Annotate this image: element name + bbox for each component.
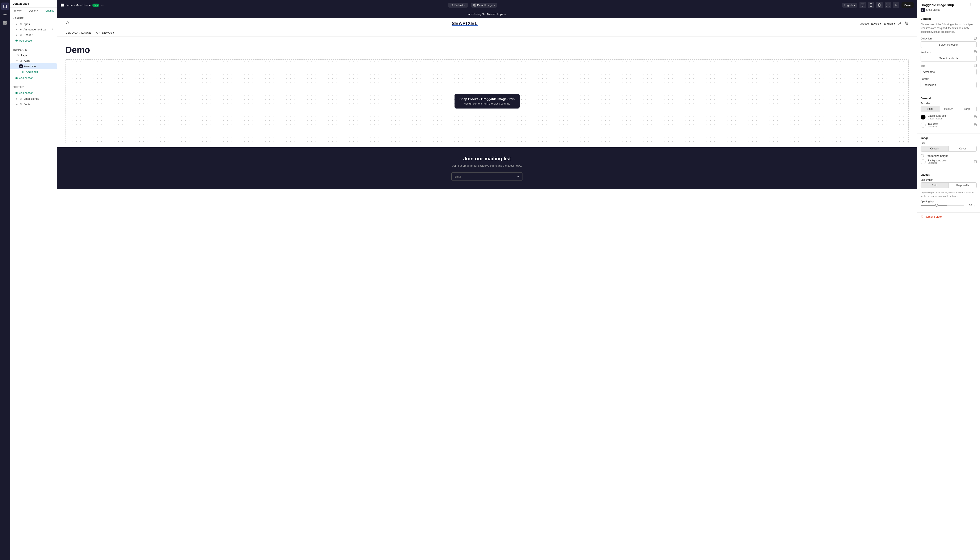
svg-point-25: [899, 22, 900, 23]
size-cover[interactable]: Cover: [949, 146, 977, 151]
text-size-control: Small Medium Large: [921, 106, 977, 112]
app-block-wrapper: Snap Blocks - Draggable Image Strip Assi…: [65, 59, 908, 143]
region-selector[interactable]: Greece | EUR € ▾: [860, 22, 882, 25]
spacing-top-slider[interactable]: [921, 205, 964, 206]
select-products-btn[interactable]: Select products: [921, 55, 977, 62]
nav-app-demos[interactable]: APP DEMOS ▾: [96, 31, 114, 34]
store-page-heading: Demo: [65, 45, 908, 55]
email-input[interactable]: [452, 173, 513, 180]
remove-block-btn[interactable]: Remove block: [917, 213, 980, 221]
save-button[interactable]: Save: [902, 2, 914, 8]
right-panel-more-btn[interactable]: [969, 3, 972, 7]
canvas-area: Introducing Our Newest Apps → SEAPIXEL G…: [57, 10, 917, 560]
remove-block-label: Remove block: [925, 215, 942, 218]
add-section-header-btn[interactable]: ⊕ Add section: [10, 38, 36, 44]
text-size-medium[interactable]: Medium: [940, 106, 958, 112]
nav-demo-catalogue[interactable]: DEMO CATALOGUE: [65, 31, 91, 34]
settings-icon[interactable]: [1, 11, 9, 18]
undo-btn[interactable]: [893, 2, 899, 8]
visibility-icon: 👁: [52, 28, 54, 31]
image-bg-settings-btn[interactable]: [974, 160, 977, 164]
sidebar-item-page[interactable]: ⊞ Page: [10, 52, 57, 58]
title-settings-btn[interactable]: [974, 64, 977, 68]
default-page-dropdown[interactable]: Default page ▾: [471, 3, 497, 8]
collection-label: Collection: [921, 37, 977, 40]
sidebar-item-footer[interactable]: ▶ ⊞ Footer: [10, 102, 57, 107]
change-link[interactable]: Change: [45, 9, 54, 12]
size-control: Contain Cover: [921, 146, 977, 152]
right-panel-options-btn[interactable]: ⋯: [974, 3, 977, 7]
image-bg-info: Background color #FFFFFF: [928, 159, 947, 165]
apps-icon[interactable]: [1, 19, 9, 27]
live-badge: Live: [92, 3, 99, 7]
lang-selector[interactable]: English ▾: [884, 22, 895, 25]
template-group-label: Template: [10, 47, 57, 52]
content-section-title: Content: [921, 17, 977, 20]
randomize-height-row: Randomize height: [921, 154, 977, 157]
sidebar-item-awesome[interactable]: A Awesome: [10, 63, 57, 69]
block-width-page[interactable]: Page width: [949, 183, 977, 188]
title-input[interactable]: [921, 68, 977, 75]
title-field: Title: [921, 64, 977, 75]
spacing-top-slider-row: 36 px: [921, 204, 977, 207]
svg-point-23: [66, 22, 68, 24]
text-color-row: Text color #FFFFFF: [921, 122, 977, 128]
add-block-btn[interactable]: ⊕ Add block: [10, 69, 40, 75]
svg-rect-46: [974, 160, 977, 163]
text-color-settings-btn[interactable]: [974, 123, 977, 127]
topbar: Sense - Main Theme Live ⋯ Default ▾ Defa…: [57, 0, 917, 10]
sidebar-item-apps-template[interactable]: ▼ ⊞ Apps: [10, 58, 57, 63]
cart-icon[interactable]: [904, 21, 908, 26]
sidebar-item-apps[interactable]: ▶ ⊞ Apps: [10, 21, 57, 27]
locale-selector[interactable]: English ▾: [842, 3, 857, 8]
awesome-app-icon: A: [19, 65, 23, 68]
subtitle-input[interactable]: [921, 82, 977, 88]
spacing-top-value: 36: [966, 204, 972, 207]
account-icon[interactable]: [898, 21, 902, 26]
randomize-checkbox[interactable]: [921, 154, 924, 157]
text-color-value: #FFFFFF: [928, 125, 938, 128]
collection-field: Collection Select collection: [921, 37, 977, 48]
svg-rect-6: [5, 23, 7, 25]
apps-section-icon: ⊞: [19, 22, 22, 26]
add-section-template-btn[interactable]: ⊕ Add section: [10, 75, 36, 81]
snap-logo: S: [921, 8, 925, 12]
default-dropdown[interactable]: Default ▾: [448, 3, 468, 8]
select-collection-btn[interactable]: Select collection: [921, 42, 977, 48]
svg-rect-16: [861, 4, 864, 6]
bg-color-settings-btn[interactable]: [974, 115, 977, 119]
page-icon: ⊞: [16, 53, 19, 57]
sidebar-item-email-signup[interactable]: ▶ ⊞ Email signup: [10, 96, 57, 102]
more-options-icon[interactable]: ⋯: [101, 3, 104, 7]
svg-rect-0: [3, 5, 7, 8]
plus-icon-footer: ⊕: [15, 91, 18, 95]
add-section-footer-btn[interactable]: ⊕ Add section: [10, 90, 36, 96]
products-settings-btn[interactable]: [974, 50, 977, 54]
svg-point-2: [5, 14, 6, 15]
content-section: Content Choose one of the following opti…: [917, 14, 980, 94]
sidebar-item-announcement-bar[interactable]: ▶ ⊞ Announcement bar 👁: [10, 27, 57, 32]
collection-settings-btn[interactable]: [974, 37, 977, 40]
text-size-large[interactable]: Large: [958, 106, 977, 112]
block-width-field: Block width Fluid Page width: [921, 178, 977, 188]
app-block-canvas: Snap Blocks - Draggable Image Strip Assi…: [65, 59, 908, 143]
fullscreen-btn[interactable]: [885, 2, 891, 8]
bg-color-swatch[interactable]: [921, 115, 926, 120]
search-icon[interactable]: [65, 21, 70, 26]
block-width-fluid[interactable]: Fluid: [921, 183, 949, 188]
announcement-icon: ⊞: [19, 28, 22, 31]
text-size-small[interactable]: Small: [921, 106, 940, 112]
desktop-view-btn[interactable]: [860, 2, 866, 8]
subtitle-field: Subtitle: [921, 78, 977, 88]
svg-rect-31: [974, 37, 977, 40]
store-footer: Join our mailing list Join our email lis…: [57, 147, 917, 189]
image-bg-swatch[interactable]: [921, 159, 926, 164]
tablet-view-btn[interactable]: [868, 2, 874, 8]
size-contain[interactable]: Contain: [921, 146, 949, 151]
sidebar-item-header[interactable]: ▶ ⊞ Header: [10, 32, 57, 38]
mobile-view-btn[interactable]: [876, 2, 883, 8]
email-submit-btn[interactable]: →: [513, 173, 523, 180]
sections-icon[interactable]: [1, 3, 9, 10]
footer-icon: ⊞: [19, 102, 22, 106]
text-color-swatch[interactable]: [921, 123, 926, 128]
